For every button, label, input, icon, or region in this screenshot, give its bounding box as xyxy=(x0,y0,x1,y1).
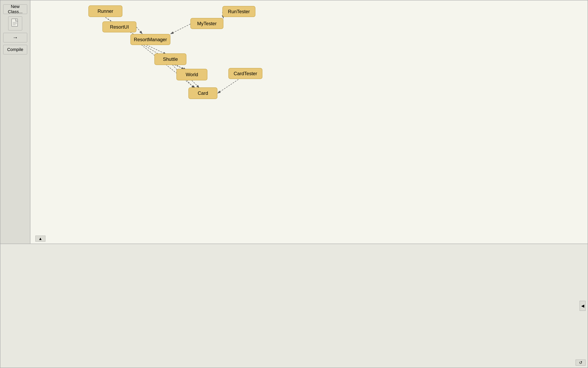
arrow-world-card xyxy=(192,80,199,88)
node-runner[interactable]: Runner xyxy=(88,5,122,17)
scroll-right-button[interactable]: ◀ xyxy=(579,301,586,311)
document-icon[interactable] xyxy=(8,16,22,30)
new-class-button[interactable]: New Class... xyxy=(3,4,27,14)
arrows-svg xyxy=(30,0,588,244)
scroll-rotate-button[interactable]: ↺ xyxy=(576,359,586,366)
arrow-resortmanager-shuttle xyxy=(147,45,166,55)
node-resortui[interactable]: ResortUI xyxy=(102,21,136,32)
bottom-section: ◀ ↺ xyxy=(0,244,588,368)
node-card[interactable]: Card xyxy=(188,87,217,99)
arrow-resortmanager-card xyxy=(141,45,195,88)
node-shuttle[interactable]: Shuttle xyxy=(154,53,186,65)
arrow-tool-button[interactable]: → xyxy=(3,33,27,42)
node-world[interactable]: World xyxy=(176,69,207,80)
node-resortmanager[interactable]: ResortManager xyxy=(130,34,170,45)
arrow-mytester-resortmanager xyxy=(170,24,190,34)
left-toolbar: New Class... → Compile xyxy=(0,0,30,244)
node-cardtester[interactable]: CardTester xyxy=(228,68,262,79)
compile-button[interactable]: Compile xyxy=(3,45,27,55)
scroll-up-button[interactable]: ▲ xyxy=(35,236,46,242)
arrow-resortui-resortmanager xyxy=(136,27,142,34)
arrow-cardtester-card xyxy=(217,79,239,93)
node-mytester[interactable]: MyTester xyxy=(190,18,223,29)
top-section: New Class... → Compile xyxy=(0,0,588,244)
diagram-area[interactable]: Runner ResortUI ResortManager Shuttle Wo… xyxy=(30,0,588,244)
main-container: New Class... → Compile xyxy=(0,0,588,368)
node-runtester[interactable]: RunTester xyxy=(222,6,255,17)
